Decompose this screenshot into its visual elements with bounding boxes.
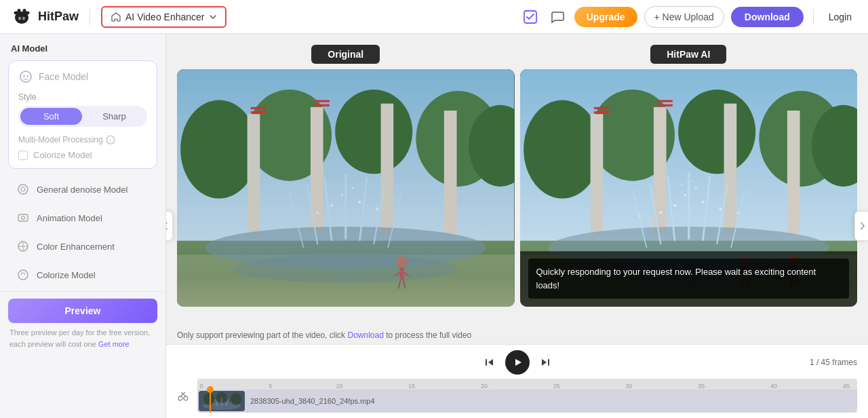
step-back-button[interactable] (481, 354, 498, 371)
svg-point-18 (18, 270, 28, 280)
face-model-name: Face Model (39, 71, 88, 82)
svg-point-20 (180, 100, 258, 198)
multi-model-row: Multi-Model Processing i (18, 135, 147, 145)
video-compare-area: Original (166, 34, 868, 418)
svg-point-89 (681, 184, 682, 185)
step-back-icon (484, 356, 496, 368)
svg-rect-15 (18, 214, 28, 221)
info-icon[interactable]: i (106, 135, 115, 145)
svg-line-108 (180, 392, 185, 396)
sharp-button[interactable]: Sharp (83, 108, 145, 125)
svg-point-106 (178, 396, 182, 400)
sidebar-item-color-enhancement[interactable]: Color Enhancement (5, 233, 160, 260)
general-denoise-label: General denoise Model (37, 185, 127, 195)
message-icon-button[interactable] (547, 7, 568, 27)
hitpaw-video-frame: Quickly responding to your request now. … (520, 69, 858, 307)
svg-point-14 (21, 187, 25, 191)
svg-point-86 (638, 215, 640, 217)
svg-rect-65 (787, 111, 800, 233)
color-enhancement-icon (16, 240, 30, 253)
svg-text:i: i (110, 138, 111, 144)
sidebar-item-colorize-model[interactable]: Colorize Model (5, 261, 160, 288)
svg-rect-104 (486, 359, 487, 366)
task-icon-button[interactable] (520, 7, 540, 27)
svg-point-6 (22, 16, 25, 20)
new-upload-button[interactable]: + New Upload (644, 6, 724, 28)
hitpaw-video-panel: HitPaw AI (520, 45, 858, 326)
sidebar-item-animation[interactable]: Animation Model (5, 204, 160, 231)
soft-button[interactable]: Soft (20, 108, 82, 125)
svg-rect-64 (724, 104, 736, 234)
svg-rect-68 (657, 100, 673, 102)
face-model-card[interactable]: Face Model Style Soft Sharp Multi-Model … (8, 60, 157, 169)
logo-text: HitPaw (38, 10, 79, 24)
logo-area: HitPaw (11, 6, 79, 28)
svg-point-9 (23, 75, 24, 77)
svg-rect-66 (593, 107, 609, 109)
frame-counter: 1 / 45 frames (810, 358, 857, 367)
login-button[interactable]: Login (823, 7, 857, 27)
svg-point-81 (684, 194, 686, 196)
color-enhancement-label: Color Enhancement (37, 242, 115, 252)
svg-point-107 (184, 396, 188, 400)
sidebar-collapse-button[interactable] (166, 211, 173, 241)
svg-rect-62 (590, 114, 603, 233)
support-text-area: Only support previewing part of the vide… (166, 326, 868, 344)
support-download-link[interactable]: Download (347, 330, 383, 340)
svg-point-46 (352, 187, 354, 189)
chevron-down-icon (209, 13, 217, 21)
svg-point-59 (678, 90, 755, 174)
svg-line-109 (181, 392, 186, 396)
step-forward-button[interactable] (536, 354, 554, 371)
nav-ai-video-enhancer-button[interactable]: AI Video Enhancer (101, 6, 226, 28)
style-label: Style (18, 92, 147, 102)
play-button[interactable] (505, 350, 530, 375)
app-header: HitPaw AI Video Enhancer Upgrade + New U… (0, 0, 868, 34)
hitpaw-logo-icon (11, 6, 33, 28)
animation-label: Animation Model (37, 213, 102, 223)
svg-rect-32 (314, 104, 330, 107)
header-divider (90, 9, 90, 25)
download-button[interactable]: Download (731, 7, 804, 27)
home-icon (111, 12, 121, 22)
chat-icon (550, 10, 565, 24)
get-more-link[interactable]: Get more (98, 340, 130, 348)
right-panel-expand-button[interactable] (854, 211, 868, 241)
svg-point-2 (18, 9, 21, 13)
playback-controls: 1 / 45 frames (177, 350, 857, 375)
svg-point-82 (701, 201, 704, 204)
video-panels: Original (166, 34, 868, 326)
svg-point-43 (330, 204, 333, 207)
svg-point-55 (233, 254, 458, 282)
face-model-header: Face Model (18, 69, 147, 84)
original-video-content (177, 69, 515, 307)
colorize-label: Colorize Model (33, 150, 92, 160)
style-toggle: Soft Sharp (18, 106, 147, 127)
content-area: Original (166, 34, 868, 418)
colorize-checkbox[interactable] (18, 151, 28, 160)
preview-section: Preview Three preview per day for the fr… (0, 291, 165, 354)
sidebar-item-general-denoise[interactable]: General denoise Model (5, 176, 160, 203)
svg-point-48 (376, 208, 378, 210)
svg-point-13 (18, 185, 28, 194)
thumbnail-preview (199, 391, 245, 411)
upgrade-button[interactable]: Upgrade (574, 7, 637, 27)
colorize-model-icon (16, 268, 30, 282)
svg-point-5 (18, 16, 21, 20)
svg-point-8 (20, 71, 31, 82)
svg-point-80 (673, 204, 675, 207)
svg-rect-31 (314, 100, 330, 102)
svg-point-4 (25, 11, 30, 14)
preview-button[interactable]: Preview (8, 299, 157, 323)
step-forward-icon (539, 356, 551, 368)
svg-point-10 (26, 75, 28, 77)
svg-point-57 (524, 100, 601, 198)
svg-rect-105 (548, 359, 549, 366)
video-thumbnail (199, 391, 245, 411)
main-area: AI Model Face Model Style Soft Sharp Mul… (0, 34, 868, 418)
header-right: Upgrade + New Upload Download Login (520, 6, 857, 28)
preview-note: Three preview per day for the free versi… (8, 327, 157, 349)
svg-point-22 (335, 90, 412, 174)
timeline-track-container[interactable]: 0 5 10 15 20 25 30 35 40 45 (197, 379, 857, 413)
hitpaw-label: HitPaw AI (650, 45, 726, 64)
